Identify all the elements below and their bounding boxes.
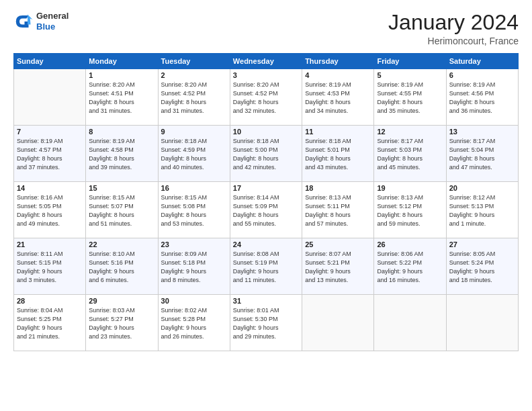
week-row-1: 1Sunrise: 8:20 AMSunset: 4:51 PMDaylight… [14, 69, 519, 126]
page: General Blue January 2024 Herimoncourt, … [0, 0, 532, 411]
day-cell [14, 69, 86, 126]
day-number: 26 [377, 240, 443, 248]
day-cell: 6Sunrise: 8:19 AMSunset: 4:56 PMDaylight… [446, 69, 518, 126]
day-info: Sunrise: 8:19 AMSunset: 4:56 PMDaylight:… [449, 81, 515, 116]
header: General Blue January 2024 Herimoncourt, … [13, 11, 519, 46]
day-info: Sunrise: 8:19 AMSunset: 4:58 PMDaylight:… [89, 137, 154, 172]
day-number: 9 [161, 128, 227, 136]
logo: General Blue [13, 11, 69, 32]
day-info: Sunrise: 8:07 AMSunset: 5:21 PMDaylight:… [305, 250, 371, 285]
col-saturday: Saturday [446, 54, 518, 69]
day-number: 20 [449, 184, 515, 192]
location: Herimoncourt, France [388, 36, 519, 46]
day-info: Sunrise: 8:04 AMSunset: 5:25 PMDaylight:… [17, 306, 83, 341]
day-number: 22 [89, 240, 154, 248]
day-cell: 14Sunrise: 8:16 AMSunset: 5:05 PMDayligh… [14, 182, 86, 238]
day-number: 16 [161, 184, 227, 192]
day-number: 10 [233, 128, 299, 136]
day-number: 25 [305, 240, 371, 248]
day-cell: 23Sunrise: 8:09 AMSunset: 5:18 PMDayligh… [158, 238, 230, 295]
day-cell: 7Sunrise: 8:19 AMSunset: 4:57 PMDaylight… [14, 126, 86, 182]
day-info: Sunrise: 8:19 AMSunset: 4:57 PMDaylight:… [17, 137, 83, 172]
day-info: Sunrise: 8:10 AMSunset: 5:16 PMDaylight:… [89, 250, 154, 285]
day-info: Sunrise: 8:13 AMSunset: 5:12 PMDaylight:… [377, 193, 443, 228]
day-info: Sunrise: 8:03 AMSunset: 5:27 PMDaylight:… [89, 306, 154, 341]
day-number: 3 [233, 71, 299, 79]
week-row-4: 21Sunrise: 8:11 AMSunset: 5:15 PMDayligh… [14, 238, 519, 295]
day-cell: 13Sunrise: 8:17 AMSunset: 5:04 PMDayligh… [446, 126, 518, 182]
day-info: Sunrise: 8:13 AMSunset: 5:11 PMDaylight:… [305, 193, 371, 228]
day-cell: 17Sunrise: 8:14 AMSunset: 5:09 PMDayligh… [230, 182, 302, 238]
day-info: Sunrise: 8:20 AMSunset: 4:51 PMDaylight:… [89, 81, 154, 116]
month-title: January 2024 [388, 11, 519, 34]
day-number: 5 [377, 71, 443, 79]
day-number: 7 [17, 128, 83, 136]
day-cell: 31Sunrise: 8:01 AMSunset: 5:30 PMDayligh… [230, 295, 302, 351]
day-cell: 11Sunrise: 8:18 AMSunset: 5:01 PMDayligh… [302, 126, 374, 182]
day-info: Sunrise: 8:19 AMSunset: 4:53 PMDaylight:… [305, 81, 371, 116]
day-cell: 20Sunrise: 8:12 AMSunset: 5:13 PMDayligh… [446, 182, 518, 238]
day-number: 6 [449, 71, 515, 79]
day-info: Sunrise: 8:20 AMSunset: 4:52 PMDaylight:… [161, 81, 227, 116]
day-info: Sunrise: 8:06 AMSunset: 5:22 PMDaylight:… [377, 250, 443, 285]
day-number: 8 [89, 128, 154, 136]
col-monday: Monday [86, 54, 158, 69]
day-info: Sunrise: 8:05 AMSunset: 5:24 PMDaylight:… [449, 250, 515, 285]
logo-general-text: General [36, 11, 69, 21]
day-info: Sunrise: 8:18 AMSunset: 5:01 PMDaylight:… [305, 137, 371, 172]
day-cell: 9Sunrise: 8:18 AMSunset: 4:59 PMDaylight… [158, 126, 230, 182]
day-cell [374, 295, 446, 351]
day-info: Sunrise: 8:01 AMSunset: 5:30 PMDaylight:… [233, 306, 299, 341]
day-number: 15 [89, 184, 154, 192]
day-cell: 3Sunrise: 8:20 AMSunset: 4:52 PMDaylight… [230, 69, 302, 126]
calendar-header-row: Sunday Monday Tuesday Wednesday Thursday… [14, 54, 519, 69]
day-info: Sunrise: 8:15 AMSunset: 5:08 PMDaylight:… [161, 193, 227, 228]
day-number: 30 [161, 297, 227, 305]
logo-blue-text: Blue [36, 21, 69, 32]
day-cell: 22Sunrise: 8:10 AMSunset: 5:16 PMDayligh… [86, 238, 158, 295]
day-number: 23 [161, 240, 227, 248]
day-cell: 28Sunrise: 8:04 AMSunset: 5:25 PMDayligh… [14, 295, 86, 351]
day-cell: 19Sunrise: 8:13 AMSunset: 5:12 PMDayligh… [374, 182, 446, 238]
day-info: Sunrise: 8:20 AMSunset: 4:52 PMDaylight:… [233, 81, 299, 116]
day-info: Sunrise: 8:17 AMSunset: 5:04 PMDaylight:… [449, 137, 515, 172]
day-number: 13 [449, 128, 515, 136]
day-info: Sunrise: 8:11 AMSunset: 5:15 PMDaylight:… [17, 250, 83, 285]
day-number: 4 [305, 71, 371, 79]
week-row-2: 7Sunrise: 8:19 AMSunset: 4:57 PMDaylight… [14, 126, 519, 182]
day-number: 24 [233, 240, 299, 248]
logo-text: General Blue [36, 11, 69, 32]
day-cell: 29Sunrise: 8:03 AMSunset: 5:27 PMDayligh… [86, 295, 158, 351]
day-cell: 2Sunrise: 8:20 AMSunset: 4:52 PMDaylight… [158, 69, 230, 126]
day-cell: 27Sunrise: 8:05 AMSunset: 5:24 PMDayligh… [446, 238, 518, 295]
col-tuesday: Tuesday [158, 54, 230, 69]
day-cell: 1Sunrise: 8:20 AMSunset: 4:51 PMDaylight… [86, 69, 158, 126]
day-cell: 10Sunrise: 8:18 AMSunset: 5:00 PMDayligh… [230, 126, 302, 182]
day-info: Sunrise: 8:09 AMSunset: 5:18 PMDaylight:… [161, 250, 227, 285]
col-friday: Friday [374, 54, 446, 69]
day-cell [446, 295, 518, 351]
title-block: January 2024 Herimoncourt, France [388, 11, 519, 46]
day-info: Sunrise: 8:12 AMSunset: 5:13 PMDaylight:… [449, 193, 515, 228]
day-cell: 21Sunrise: 8:11 AMSunset: 5:15 PMDayligh… [14, 238, 86, 295]
day-info: Sunrise: 8:17 AMSunset: 5:03 PMDaylight:… [377, 137, 443, 172]
day-cell: 8Sunrise: 8:19 AMSunset: 4:58 PMDaylight… [86, 126, 158, 182]
day-number: 19 [377, 184, 443, 192]
day-info: Sunrise: 8:02 AMSunset: 5:28 PMDaylight:… [161, 306, 227, 341]
logo-icon [13, 11, 34, 32]
day-cell: 30Sunrise: 8:02 AMSunset: 5:28 PMDayligh… [158, 295, 230, 351]
day-number: 14 [17, 184, 83, 192]
col-thursday: Thursday [302, 54, 374, 69]
week-row-5: 28Sunrise: 8:04 AMSunset: 5:25 PMDayligh… [14, 295, 519, 351]
day-cell: 12Sunrise: 8:17 AMSunset: 5:03 PMDayligh… [374, 126, 446, 182]
day-cell: 15Sunrise: 8:15 AMSunset: 5:07 PMDayligh… [86, 182, 158, 238]
day-number: 21 [17, 240, 83, 248]
day-cell: 16Sunrise: 8:15 AMSunset: 5:08 PMDayligh… [158, 182, 230, 238]
day-number: 29 [89, 297, 154, 305]
col-sunday: Sunday [14, 54, 86, 69]
day-info: Sunrise: 8:19 AMSunset: 4:55 PMDaylight:… [377, 81, 443, 116]
day-info: Sunrise: 8:18 AMSunset: 4:59 PMDaylight:… [161, 137, 227, 172]
day-info: Sunrise: 8:14 AMSunset: 5:09 PMDaylight:… [233, 193, 299, 228]
day-number: 17 [233, 184, 299, 192]
day-number: 1 [89, 71, 154, 79]
